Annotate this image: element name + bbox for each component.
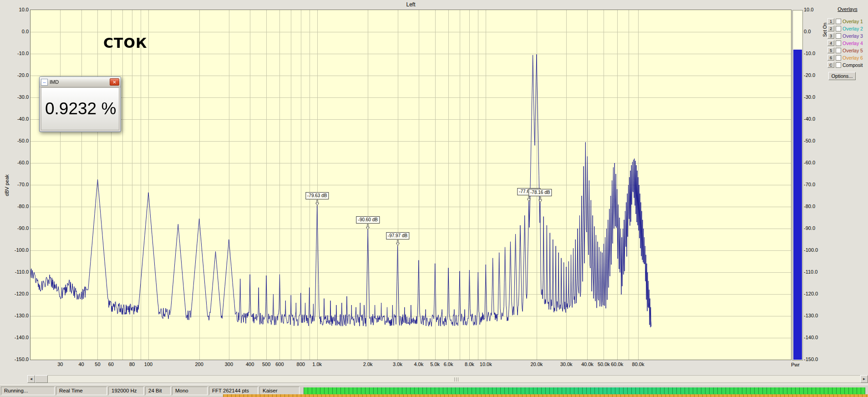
overlay-5-label: Overlay 5	[843, 48, 863, 53]
overlay-row-3: 3 Overlay 3	[827, 33, 868, 39]
marker-layer: -79.63 dB-90.60 dB-97.97 dB-77.65 dB-78.…	[30, 10, 791, 360]
overlay-row-1: 1 Overlay 1	[827, 18, 868, 24]
y-tick-label: -70.0	[804, 182, 825, 187]
imd-dialog-icon: ↔	[41, 79, 48, 86]
y-tick-label: 0.0	[804, 29, 825, 34]
y-tick-label: -140.0	[804, 335, 825, 340]
scrollbar-thumb[interactable]	[35, 375, 48, 383]
scroll-left-button[interactable]: ◄	[27, 375, 35, 383]
scroll-left-icon: ◄	[30, 377, 33, 381]
overlay-3-checkbox[interactable]	[836, 33, 841, 39]
imd-dialog-title: IMD	[50, 79, 108, 85]
x-tick-label: 100	[137, 361, 160, 367]
overlay-1-button[interactable]: 1	[827, 18, 834, 24]
y-tick-label: -100.0	[804, 247, 825, 253]
y-tick-label: -90.0	[5, 225, 29, 231]
x-tick-label: 20.0k	[525, 361, 548, 367]
overlay-3-label: Overlay 3	[843, 33, 863, 39]
overlay-5-button[interactable]: 5	[827, 47, 834, 53]
overlay-4-label: Overlay 4	[843, 41, 863, 46]
overlay-6-checkbox[interactable]	[836, 55, 841, 61]
overlay-2-button[interactable]: 2	[827, 25, 834, 31]
composite-checkbox[interactable]	[836, 62, 841, 68]
overlay-1-label: Overlay 1	[843, 19, 863, 24]
y-tick-label: 10.0	[804, 7, 825, 12]
statusbar: Running... Real Time 192000 Hz 24 Bit Mo…	[0, 385, 868, 397]
y-tick-label: -60.0	[804, 160, 825, 165]
scrollbar-track[interactable]	[48, 375, 860, 383]
overlay-row-4: 4 Overlay 4	[827, 40, 868, 46]
y-tick-label: -30.0	[804, 94, 825, 100]
y-tick-label: -80.0	[804, 204, 825, 209]
scroll-right-button[interactable]: ►	[860, 375, 868, 383]
y-tick-label: -20.0	[5, 72, 29, 78]
cursor-db-label[interactable]: -97.97 dB	[386, 232, 409, 239]
y-tick-label: -90.0	[804, 225, 825, 231]
overlay-4-button[interactable]: 4	[827, 40, 834, 46]
cursor-db-label[interactable]: -78.16 dB	[528, 189, 552, 196]
x-tick-label: 60	[100, 361, 122, 367]
y-tick-label: -40.0	[804, 116, 825, 122]
y-tick-label: -110.0	[5, 269, 29, 275]
overlay-2-label: Overlay 2	[843, 26, 863, 31]
options-button[interactable]: Options...	[828, 72, 856, 80]
imd-value: 0.9232 %	[41, 99, 116, 118]
status-channel: Mono	[172, 387, 208, 395]
y-tick-label: -10.0	[5, 51, 29, 56]
composite-button[interactable]: C	[827, 62, 834, 68]
overlay-2-checkbox[interactable]	[836, 26, 841, 31]
overlay-5-checkbox[interactable]	[836, 48, 841, 53]
y-tick-label: -50.0	[5, 138, 29, 143]
y-tick-label: -120.0	[5, 291, 29, 296]
x-tick-label: 600	[268, 361, 291, 367]
x-tick-label: 30.0k	[555, 361, 578, 367]
y-tick-label: -110.0	[804, 269, 825, 275]
imd-dialog-titlebar[interactable]: ↔ IMD ✕	[40, 77, 121, 87]
overlay-row-6: 6 Overlay 6	[827, 55, 868, 61]
y-tick-label: -20.0	[804, 72, 825, 78]
x-tick-label: 3.0k	[386, 361, 409, 367]
power-meter	[792, 10, 803, 361]
overlay-3-button[interactable]: 3	[827, 33, 834, 39]
imd-dialog-body: 0.9232 %	[41, 87, 119, 130]
y-tick-label: 10.0	[5, 7, 29, 12]
overlay-6-button[interactable]: 6	[827, 55, 834, 61]
y-tick-label: -10.0	[804, 51, 825, 56]
x-tick-label: 30	[49, 361, 71, 367]
overlay-row-5: 5 Overlay 5	[827, 47, 868, 53]
cursor-db-label[interactable]: -90.60 dB	[356, 216, 380, 224]
y-tick-label: -70.0	[5, 182, 29, 187]
x-tick-label: 80.0k	[627, 361, 650, 367]
y-tick-label: 0.0	[5, 29, 29, 34]
y-axis-labels-right: 10.00.0-10.0-20.0-30.0-40.0-50.0-60.0-70…	[804, 0, 825, 373]
x-tick-label: 200	[188, 361, 211, 367]
cursor-arrow-icon	[315, 199, 319, 205]
close-icon: ✕	[112, 80, 116, 85]
plot-area: -79.63 dB-90.60 dB-97.97 dB-77.65 dB-78.…	[30, 10, 792, 360]
y-tick-label: -140.0	[5, 335, 29, 340]
scrollbar-grip	[454, 377, 459, 382]
imd-close-button[interactable]: ✕	[110, 78, 119, 86]
x-tick-label: 1.0k	[306, 361, 329, 367]
status-running: Running...	[1, 387, 55, 395]
y-tick-label: -40.0	[5, 116, 29, 122]
scroll-right-icon: ►	[863, 377, 866, 381]
y-tick-label: -60.0	[5, 160, 29, 165]
status-bitdepth: 24 Bit	[145, 387, 171, 395]
overlay-row-2: 2 Overlay 2	[827, 25, 868, 31]
y-tick-label: -50.0	[804, 138, 825, 143]
level-meter	[304, 387, 865, 394]
status-samplerate: 192000 Hz	[108, 387, 144, 395]
overlays-panel: Overlays Set On 1 Overlay 1 2 Overlay 2 …	[827, 1, 868, 80]
cursor-arrow-icon	[366, 224, 370, 229]
power-meter-fill	[793, 50, 802, 360]
overlay-1-checkbox[interactable]	[836, 19, 841, 24]
imd-dialog: ↔ IMD ✕ 0.9232 %	[39, 76, 121, 132]
overlay-4-checkbox[interactable]	[836, 41, 841, 46]
x-axis-labels: 30405060801002003004005006008001.0k2.0k3…	[0, 361, 868, 368]
horizontal-scrollbar[interactable]: ◄ ►	[27, 375, 868, 383]
cursor-arrow-icon	[538, 196, 542, 202]
cursor-db-label[interactable]: -79.63 dB	[305, 192, 329, 199]
overlays-title: Overlays	[827, 6, 868, 12]
y-tick-label: -120.0	[804, 291, 825, 296]
